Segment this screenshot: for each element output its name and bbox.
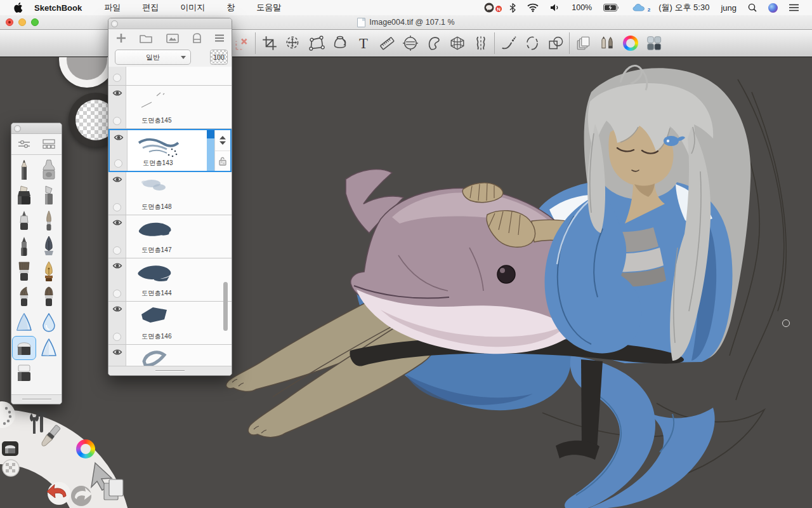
layer-row-partial[interactable] (108, 67, 232, 86)
brush-ballpoint-pen[interactable] (11, 208, 37, 234)
deselect-tool-button[interactable] (230, 32, 253, 55)
new-group-button[interactable] (140, 34, 152, 43)
steady-stroke-tool-button[interactable] (497, 32, 520, 55)
layer-list: 도면층145 도면층143 (108, 67, 232, 366)
brush-library-button[interactable] (595, 32, 619, 55)
layer-row[interactable]: 도면층144 (108, 258, 232, 302)
layer-row[interactable]: 도면층147 (108, 215, 232, 258)
menu-image[interactable]: 이미지 (169, 2, 216, 13)
brush-panel-titlebar[interactable] (11, 123, 62, 134)
blend-mode-select[interactable]: 일반 (115, 50, 191, 65)
copic-library-button[interactable] (642, 32, 665, 55)
perspective-guide-tool-button[interactable] (445, 32, 469, 55)
crop-tool-button[interactable] (258, 32, 281, 55)
layer-row-selected[interactable]: 도면층143 (108, 129, 232, 172)
layer-row[interactable]: 도면층148 (108, 172, 232, 215)
brush-ink-pen[interactable] (37, 234, 62, 259)
layer-row[interactable]: 도면층145 (108, 86, 232, 129)
brush-airbrush[interactable] (37, 157, 62, 183)
layers-scrollbar-thumb[interactable] (223, 282, 228, 331)
siri-icon[interactable] (763, 3, 783, 13)
close-window-button[interactable] (6, 18, 13, 26)
brush-felt-tip[interactable] (11, 234, 37, 259)
spotlight-search-icon[interactable] (742, 3, 763, 12)
lagoon-color-wheel-icon[interactable] (76, 439, 95, 458)
ellipse-guide-tool-button[interactable] (398, 32, 422, 55)
menubar-user[interactable]: jung (715, 3, 742, 13)
layer-style-button[interactable] (192, 33, 202, 43)
menu-window[interactable]: 창 (216, 2, 246, 13)
visibility-eye-icon[interactable] (112, 218, 122, 227)
brush-flat-marker[interactable] (37, 183, 62, 208)
visibility-eye-icon[interactable] (112, 262, 122, 270)
brush-chisel-marker[interactable] (11, 183, 37, 208)
kakaotalk-icon[interactable]: N (475, 3, 504, 13)
import-image-button[interactable] (166, 34, 179, 43)
volume-icon[interactable] (544, 3, 566, 12)
tool-smudge[interactable] (11, 310, 37, 335)
french-curve-tool-button[interactable] (422, 32, 445, 55)
layer-select-radio[interactable] (113, 333, 121, 341)
add-layer-button[interactable] (116, 33, 126, 43)
layer-select-radio[interactable] (114, 159, 122, 168)
battery-icon[interactable] (598, 4, 625, 11)
fill-tool-button[interactable] (328, 32, 351, 55)
menubar-clock[interactable]: (월) 오후 5:30 (653, 2, 715, 13)
brush-calligraphy-pen[interactable] (37, 259, 62, 284)
shapes-tool-button[interactable] (544, 32, 567, 55)
onedrive-cloud-icon[interactable]: 2 (625, 3, 653, 12)
layer-row[interactable]: 도면층146 (108, 302, 232, 345)
brush-round-bristle[interactable] (37, 284, 62, 310)
layer-editor-button[interactable] (572, 32, 595, 55)
brush-panel-close-dot[interactable] (14, 125, 21, 132)
zoom-window-button[interactable] (31, 18, 39, 26)
visibility-eye-icon[interactable] (114, 133, 124, 142)
cloud-badge: 2 (648, 7, 650, 13)
transform-distort-tool-button[interactable] (304, 32, 328, 55)
symmetry-tool-button[interactable] (469, 32, 492, 55)
layer-lock-icon[interactable] (215, 151, 230, 171)
wifi-icon[interactable] (521, 3, 544, 12)
visibility-eye-icon[interactable] (112, 305, 122, 313)
layer-select-radio[interactable] (113, 290, 121, 298)
layer-opacity-field[interactable]: 100 (210, 50, 228, 65)
menu-file[interactable]: 파일 (93, 2, 131, 13)
minimize-window-button[interactable] (18, 18, 26, 26)
layer-row-partial[interactable] (108, 345, 232, 366)
brush-settings-icon[interactable] (18, 139, 30, 149)
brush-paintbrush-fine[interactable] (37, 208, 62, 234)
app-menu-sketchbook[interactable]: SketchBook (28, 3, 93, 13)
selection-move-tool-button[interactable] (281, 32, 304, 55)
brush-panel-resize-grip[interactable] (22, 399, 51, 400)
notification-center-icon[interactable] (783, 4, 804, 11)
menu-edit[interactable]: 편집 (131, 2, 169, 13)
text-tool-button[interactable]: T (351, 32, 375, 55)
layer-select-radio[interactable] (113, 117, 121, 125)
visibility-eye-icon[interactable] (112, 175, 122, 184)
ellipse-tool-button[interactable] (520, 32, 544, 55)
layers-panel-resize-grip[interactable] (155, 370, 185, 371)
layer-select-radio[interactable] (113, 74, 121, 82)
menu-help[interactable]: 도움말 (246, 2, 292, 13)
layers-menu-button[interactable] (215, 34, 224, 42)
bluetooth-icon[interactable] (504, 3, 521, 13)
layer-select-radio[interactable] (113, 246, 121, 255)
color-editor-button[interactable] (619, 32, 642, 55)
tool-blend-drop[interactable] (37, 310, 62, 335)
brush-library-grid-icon[interactable] (43, 139, 55, 149)
visibility-eye-icon[interactable] (112, 348, 122, 356)
visibility-eye-icon[interactable] (112, 89, 122, 97)
ruler-tool-button[interactable] (375, 32, 398, 55)
brush-pencil[interactable] (11, 157, 37, 183)
layers-panel-titlebar[interactable] (108, 18, 232, 29)
brush-angled-bristle[interactable] (11, 284, 37, 310)
brush-flat-bristle[interactable] (11, 259, 37, 284)
apple-menu-icon[interactable] (9, 3, 28, 13)
layer-reorder-icon[interactable] (215, 130, 230, 151)
tool-sharp-smudge[interactable] (37, 335, 62, 361)
document-proxy-icon[interactable] (357, 18, 365, 27)
layers-panel-close-dot[interactable] (111, 20, 118, 27)
tool-hard-eraser[interactable] (12, 336, 36, 360)
tool-soft-eraser[interactable] (11, 361, 37, 386)
layer-select-radio[interactable] (113, 203, 121, 211)
